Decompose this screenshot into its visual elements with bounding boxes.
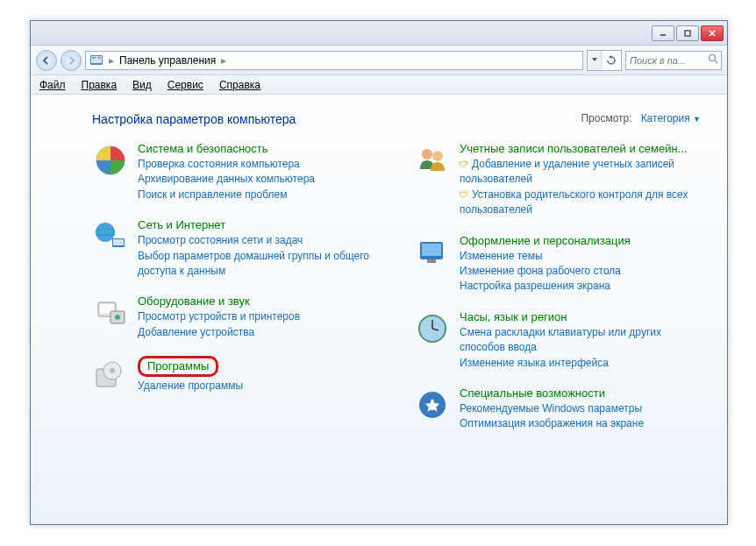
addressbar[interactable]: ▸ Панель управления ▸	[85, 51, 583, 70]
category-link[interactable]: Смена раскладки клавиатуры или других сп…	[460, 325, 701, 356]
menu-file[interactable]: Файл	[39, 79, 66, 91]
refresh-button[interactable]	[602, 51, 621, 70]
category-link[interactable]: Просмотр состояния сети и задач	[138, 233, 379, 248]
svg-point-8	[710, 55, 716, 61]
appearance-icon	[414, 234, 451, 271]
category-link[interactable]: Рекомендуемые Windows параметры	[460, 401, 701, 416]
hardware-icon	[92, 294, 129, 331]
category-link[interactable]: Добавление и удаление учетных записей по…	[460, 157, 701, 188]
search-icon	[708, 53, 718, 67]
navbar: ▸ Панель управления ▸	[31, 46, 727, 75]
breadcrumb-sep-icon: ▸	[109, 54, 114, 67]
category-title-network[interactable]: Сеть и Интернет	[138, 218, 225, 231]
svg-line-9	[715, 60, 717, 63]
chevron-down-icon: ▼	[693, 115, 701, 124]
ease-icon	[414, 386, 451, 423]
svg-point-21	[110, 368, 115, 373]
category-hardware: Оборудование и звукПросмотр устройств и …	[92, 294, 379, 340]
breadcrumb-root[interactable]: Панель управления	[119, 54, 216, 67]
svg-rect-14	[113, 239, 124, 245]
column-right: Учетные записи пользователей и семейн...…	[414, 142, 701, 432]
users-icon	[414, 142, 451, 179]
category-link[interactable]: Проверка состояния компьютера	[138, 157, 379, 172]
category-link[interactable]: Добавление устройства	[138, 325, 379, 340]
category-users: Учетные записи пользователей и семейн...…	[414, 142, 701, 218]
svg-point-18	[115, 315, 120, 320]
addressbar-dropdown-button[interactable]	[588, 51, 602, 68]
breadcrumb-sep-icon: ▸	[221, 54, 226, 67]
svg-rect-7	[97, 57, 101, 59]
category-link[interactable]: Оптимизация изображения на экране	[460, 416, 701, 431]
category-link[interactable]: Установка родительского контроля для все…	[460, 188, 701, 218]
close-button[interactable]	[701, 25, 724, 41]
svg-point-23	[432, 151, 443, 161]
control-panel-window: ▸ Панель управления ▸ Файл Правка Вид Се…	[30, 20, 728, 525]
category-link[interactable]: Изменение темы	[460, 249, 701, 264]
category-network: Сеть и ИнтернетПросмотр состояния сети и…	[92, 218, 379, 279]
category-title-programs[interactable]: Программы	[138, 356, 218, 377]
clock-icon	[414, 310, 451, 347]
category-clock: Часы, язык и регионСмена раскладки клави…	[414, 310, 701, 371]
category-link[interactable]: Удаление программы	[138, 379, 379, 394]
network-icon	[92, 218, 129, 255]
system-icon	[92, 142, 129, 179]
category-link[interactable]: Изменение фона рабочего стола	[460, 264, 701, 279]
category-link[interactable]: Просмотр устройств и принтеров	[138, 309, 379, 324]
menubar: Файл Правка Вид Сервис Справка	[31, 75, 727, 95]
svg-point-22	[422, 149, 432, 160]
category-appearance: Оформление и персонализацияИзменение тем…	[414, 234, 701, 294]
menu-help[interactable]: Справка	[219, 79, 260, 91]
categories: Система и безопасностьПроверка состояния…	[92, 142, 701, 432]
svg-rect-6	[92, 57, 96, 59]
category-link[interactable]: Архивирование данных компьютера	[138, 172, 379, 187]
view-by-label: Просмотр:	[581, 112, 631, 124]
maximize-button[interactable]	[676, 25, 699, 41]
view-by: Просмотр: Категория ▼	[581, 112, 701, 124]
view-by-value[interactable]: Категория ▼	[641, 112, 701, 124]
svg-rect-1	[685, 31, 690, 36]
svg-rect-26	[427, 259, 436, 263]
minimize-button[interactable]	[652, 25, 674, 41]
svg-rect-25	[422, 244, 441, 256]
category-title-system[interactable]: Система и безопасность	[138, 142, 268, 155]
category-programs: ПрограммыУдаление программы	[92, 356, 379, 394]
category-title-appearance[interactable]: Оформление и персонализация	[460, 234, 631, 247]
category-title-clock[interactable]: Часы, язык и регион	[460, 310, 567, 323]
svg-point-11	[96, 223, 115, 242]
category-link[interactable]: Изменение языка интерфейса	[460, 356, 701, 371]
category-system: Система и безопасностьПроверка состояния…	[92, 142, 379, 202]
column-left: Система и безопасностьПроверка состояния…	[92, 142, 379, 432]
category-link[interactable]: Настройка разрешения экрана	[460, 279, 701, 294]
search-box[interactable]	[625, 51, 722, 70]
back-button[interactable]	[36, 50, 57, 71]
titlebar	[31, 21, 727, 46]
programs-icon	[92, 356, 129, 393]
category-title-users[interactable]: Учетные записи пользователей и семейн...	[460, 142, 687, 155]
menu-view[interactable]: Вид	[132, 79, 152, 91]
forward-button[interactable]	[61, 50, 82, 71]
menu-tools[interactable]: Сервис	[168, 79, 203, 91]
control-panel-icon	[89, 53, 103, 67]
category-link[interactable]: Поиск и исправление проблем	[138, 188, 379, 202]
content-area: Настройка параметров компьютера Просмотр…	[31, 95, 727, 524]
category-ease: Специальные возможностиРекомендуемые Win…	[414, 386, 701, 432]
menu-edit[interactable]: Правка	[82, 79, 118, 91]
category-link[interactable]: Выбор параметров домашней группы и общег…	[138, 249, 379, 280]
search-input[interactable]	[630, 55, 717, 66]
category-title-ease[interactable]: Специальные возможности	[460, 386, 605, 400]
category-title-hardware[interactable]: Оборудование и звук	[138, 294, 250, 308]
